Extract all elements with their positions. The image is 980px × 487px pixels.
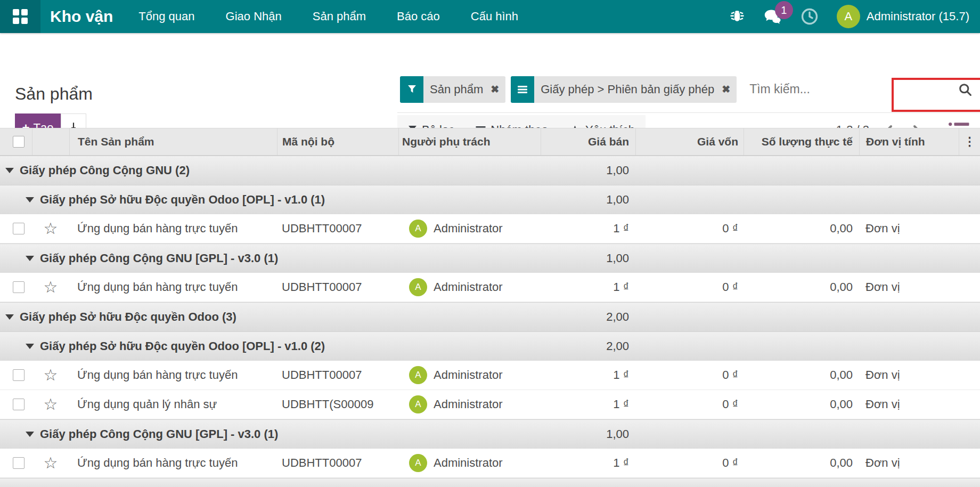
avatar: A <box>409 395 427 413</box>
filter-icon <box>400 76 423 103</box>
apps-grid-icon <box>13 9 28 24</box>
column-header-user[interactable]: Người phụ trách <box>398 128 541 155</box>
partial-group-row <box>0 478 980 487</box>
search-input[interactable] <box>749 82 958 96</box>
favorite-star-icon[interactable]: ☆ <box>44 367 58 383</box>
caret-down-icon <box>26 197 34 202</box>
menu-san-pham[interactable]: Sản phẩm <box>313 10 366 23</box>
row-checkbox[interactable] <box>13 399 24 410</box>
group-row[interactable]: Giấy phép Công Cộng GNU [GPL] - v3.0 (1)… <box>0 419 980 449</box>
column-header-cost[interactable]: Giá vốn <box>635 128 744 155</box>
main-menu: Tổng quan Giao Nhận Sản phẩm Báo cáo Cấu… <box>138 10 518 23</box>
column-header-uom[interactable]: Đơn vị tính <box>859 128 959 155</box>
cost-price: 0 ₫ <box>635 397 744 411</box>
column-header-name[interactable]: Tên Sản phẩm <box>69 128 277 155</box>
control-panel: Sản phẩm + Tạo Sản phẩm ✖ <box>0 33 980 128</box>
remove-facet-icon[interactable]: ✖ <box>489 76 505 103</box>
activities-clock-icon[interactable] <box>801 7 819 26</box>
group-row[interactable]: Giấy phép Công Cộng GNU [GPL] - v3.0 (1)… <box>0 243 980 273</box>
message-count-badge: 1 <box>775 1 793 19</box>
group-aggregate-price: 1,00 <box>541 251 635 265</box>
uom: Đơn vị <box>859 222 959 236</box>
internal-code: UDBHTT00007 <box>277 280 398 294</box>
avatar: A <box>409 278 427 296</box>
row-checkbox[interactable] <box>13 457 24 469</box>
sale-price: 1 ₫ <box>541 222 635 236</box>
product-name: Ứng dụng bán hàng trực tuyến <box>69 368 277 382</box>
group-aggregate-price: 1,00 <box>541 164 635 177</box>
menu-cau-hinh[interactable]: Cấu hình <box>471 10 518 23</box>
caret-down-icon <box>26 432 34 437</box>
favorite-star-icon[interactable]: ☆ <box>44 279 58 295</box>
group-row[interactable]: Giấy phép Sở hữu Độc quyền Odoo [OPL] - … <box>0 185 980 214</box>
uom: Đơn vị <box>859 280 959 294</box>
group-label: Giấy phép Sở hữu Độc quyền Odoo (3) <box>20 310 236 324</box>
cost-price: 0 ₫ <box>635 280 744 294</box>
favorite-star-icon[interactable]: ☆ <box>44 396 58 412</box>
row-checkbox[interactable] <box>13 223 24 234</box>
messages-icon[interactable]: 1 <box>763 7 782 26</box>
debug-bug-icon[interactable] <box>729 9 745 25</box>
qty-on-hand: 0,00 <box>744 222 859 236</box>
cost-price: 0 ₫ <box>635 368 744 382</box>
table-row[interactable]: ☆ Ứng dụng quản lý nhân sự UDBHTT(S00009… <box>0 390 980 419</box>
sale-price: 1 ₫ <box>541 456 635 470</box>
caret-down-icon <box>26 256 34 261</box>
uom: Đơn vị <box>859 456 959 470</box>
caret-down-icon <box>5 314 14 320</box>
column-header-price[interactable]: Giá bán <box>541 128 635 155</box>
group-label: Giấy phép Sở hữu Độc quyền Odoo [OPL] - … <box>40 193 325 207</box>
search-facet-groupby[interactable]: Giấy phép > Phiên bản giấy phép ✖ <box>511 76 737 103</box>
avatar: A <box>409 220 427 238</box>
group-aggregate-price: 2,00 <box>541 310 635 324</box>
sale-price: 1 ₫ <box>541 397 635 411</box>
favorite-column-header <box>32 128 69 155</box>
table-row[interactable]: ☆ Ứng dụng bán hàng trực tuyến UDBHTT000… <box>0 449 980 478</box>
user-avatar: A <box>837 5 860 28</box>
product-name: Ứng dụng quản lý nhân sự <box>69 397 277 411</box>
product-name: Ứng dụng bán hàng trực tuyến <box>69 456 277 470</box>
row-checkbox[interactable] <box>13 369 24 381</box>
app-brand[interactable]: Kho vận <box>50 7 113 26</box>
search-facet-filter[interactable]: Sản phẩm ✖ <box>400 76 505 103</box>
column-header-code[interactable]: Mã nội bộ <box>277 128 398 155</box>
group-label: Giấy phép Công Cộng GNU (2) <box>20 164 190 177</box>
cost-price: 0 ₫ <box>635 222 744 236</box>
menu-tong-quan[interactable]: Tổng quan <box>138 10 194 23</box>
menu-bao-cao[interactable]: Báo cáo <box>397 10 440 23</box>
search-icon[interactable] <box>958 82 973 97</box>
select-all-checkbox[interactable] <box>13 136 24 148</box>
table-row[interactable]: ☆ Ứng dụng bán hàng trực tuyến UDBHTT000… <box>0 273 980 302</box>
uom: Đơn vị <box>859 397 959 411</box>
apps-menu-button[interactable] <box>0 0 40 33</box>
favorite-star-icon[interactable]: ☆ <box>44 221 58 237</box>
caret-down-icon <box>5 168 14 173</box>
favorite-star-icon[interactable]: ☆ <box>44 455 58 471</box>
optional-columns-icon[interactable]: ⋮ <box>964 138 976 145</box>
group-label: Giấy phép Công Cộng GNU [GPL] - v3.0 (1) <box>40 251 278 265</box>
qty-on-hand: 0,00 <box>744 456 859 470</box>
responsible-name: Administrator <box>434 368 503 382</box>
qty-on-hand: 0,00 <box>744 368 859 382</box>
odoo-app-window: Kho vận Tổng quan Giao Nhận Sản phẩm Báo… <box>0 0 980 487</box>
column-header-qty[interactable]: Số lượng thực tế <box>744 128 859 155</box>
table-row[interactable]: ☆ Ứng dụng bán hàng trực tuyến UDBHTT000… <box>0 361 980 390</box>
qty-on-hand: 0,00 <box>744 280 859 294</box>
group-row[interactable]: Giấy phép Sở hữu Độc quyền Odoo [OPL] - … <box>0 331 980 361</box>
table-row[interactable]: ☆ Ứng dụng bán hàng trực tuyến UDBHTT000… <box>0 214 980 243</box>
user-menu[interactable]: A Administrator (15.7) <box>837 5 969 28</box>
row-checkbox[interactable] <box>13 281 24 293</box>
group-row[interactable]: Giấy phép Sở hữu Độc quyền Odoo (3) 2,00 <box>0 302 980 331</box>
remove-facet-icon[interactable]: ✖ <box>721 76 737 103</box>
qty-on-hand: 0,00 <box>744 397 859 411</box>
responsible-name: Administrator <box>434 222 503 236</box>
menu-giao-nhan[interactable]: Giao Nhận <box>226 10 282 23</box>
group-row[interactable]: Giấy phép Công Cộng GNU (2) 1,00 <box>0 156 980 185</box>
avatar: A <box>409 454 427 472</box>
product-name: Ứng dụng bán hàng trực tuyến <box>69 280 277 294</box>
group-label: Giấy phép Công Cộng GNU [GPL] - v3.0 (1) <box>40 427 278 441</box>
avatar: A <box>409 366 427 384</box>
group-label: Giấy phép Sở hữu Độc quyền Odoo [OPL] - … <box>40 339 325 353</box>
internal-code: UDBHTT00007 <box>277 222 398 236</box>
product-list-table: Tên Sản phẩm Mã nội bộ Người phụ trách G… <box>0 128 980 487</box>
